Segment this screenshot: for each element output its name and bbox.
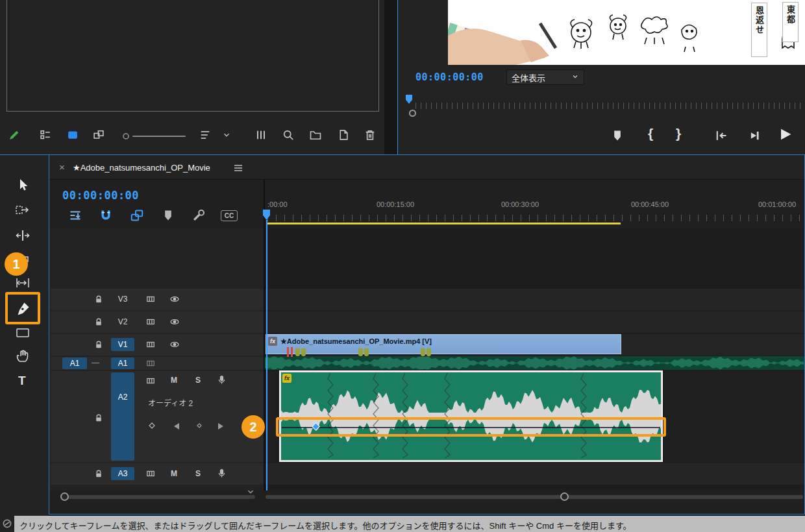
track-visibility-eye-icon[interactable] [169,317,180,327]
sync-lock-icon[interactable] [145,339,156,350]
mute-button[interactable]: M [169,376,179,385]
lock-icon[interactable] [93,339,104,350]
sync-lock-icon[interactable] [145,358,156,369]
olive-marker[interactable] [295,348,300,356]
ruler-tick-label: 00:00:45:00 [631,200,669,208]
annotation-step-2: 2 [242,415,265,439]
captions-cc-button[interactable]: CC [221,210,238,221]
olive-marker[interactable] [358,348,363,356]
track-label-v1[interactable]: V1 [111,338,134,351]
voiceover-mic-icon[interactable] [216,468,227,479]
zoom-out-handle-icon[interactable] [122,132,130,140]
sync-status-icon[interactable] [2,518,12,529]
source-patch-a1[interactable]: A1 [62,357,87,369]
track-label-a3[interactable]: A3 [111,467,134,480]
lock-icon[interactable] [93,468,104,479]
lock-icon[interactable] [93,294,104,304]
sync-lock-icon[interactable] [145,294,156,304]
type-tool-icon[interactable]: T [18,374,26,388]
close-tab-icon[interactable]: × [59,162,65,173]
clip-fx-badge[interactable]: fx [268,337,277,346]
red-marker[interactable] [291,347,293,357]
timeline-settings-wrench-icon[interactable] [192,208,206,223]
v1-video-clip[interactable]: fx ★Adobe_natsumesanchi_OP_Movie.mp4 [V] [266,334,621,354]
timeline-tab-title[interactable]: ★Adobe_natsumesanchi_OP_Movie [73,163,210,173]
scrubber-zoom-handle[interactable] [409,110,416,117]
hand-tool-icon[interactable] [14,348,31,365]
read-write-pencil-icon[interactable] [8,128,21,141]
sync-lock-icon[interactable] [145,317,156,327]
voiceover-mic-icon[interactable] [216,374,227,385]
work-area-bar[interactable] [267,223,621,224]
delete-trash-icon[interactable] [364,128,377,141]
track-label-v3[interactable]: V3 [111,293,134,306]
olive-marker[interactable] [364,348,369,356]
track-content-v2[interactable] [265,311,804,333]
olive-marker[interactable] [427,348,431,356]
automate-to-sequence-icon[interactable] [254,128,267,141]
track-visibility-eye-icon[interactable] [169,294,180,304]
track-name-a2[interactable]: オーディオ 2 [148,397,193,408]
program-playhead[interactable] [406,95,412,104]
solo-button[interactable]: S [193,469,203,478]
list-view-icon[interactable] [39,128,52,141]
sort-icon[interactable] [199,128,212,141]
project-bin-area[interactable] [6,0,379,112]
program-timecode[interactable]: 00:00:00:00 [415,71,484,83]
scrollbar-handle[interactable] [560,492,569,501]
a2-audio-clip[interactable]: fx [279,370,663,462]
selection-tool-icon[interactable] [14,177,31,194]
solo-button[interactable]: S [193,376,203,385]
mark-in-icon[interactable]: { [648,126,653,141]
slip-tool-icon[interactable] [14,274,31,291]
track-content-v3[interactable] [265,289,804,310]
v1-clip-label: ★Adobe_natsumesanchi_OP_Movie.mp4 [V] [280,337,432,346]
sync-lock-icon[interactable] [145,468,156,479]
track-label-v2[interactable]: V2 [111,315,134,328]
program-preview[interactable]: 恩返せ 東都 [448,0,805,65]
zoom-level-select[interactable]: 全体表示 [506,69,584,85]
add-keyframe-icon[interactable] [147,420,157,431]
track-content-a3[interactable] [265,463,804,485]
rectangle-tool-icon[interactable] [14,324,31,341]
playhead-line[interactable] [266,220,267,490]
timeline-timecode[interactable]: 00:00:00:00 [62,189,139,202]
go-to-in-icon[interactable] [714,128,728,143]
clip-fx-badge[interactable]: fx [282,374,291,383]
track-label-a1[interactable]: A1 [111,357,134,369]
header-zoom-scrollbar[interactable] [63,495,255,499]
track-select-forward-tool-icon[interactable] [14,201,31,218]
red-marker[interactable] [287,347,289,357]
track-visibility-eye-icon[interactable] [169,339,180,350]
timeline-zoom-scrollbar[interactable] [266,495,803,499]
search-icon[interactable] [282,128,295,141]
add-marker-icon[interactable] [161,208,175,223]
previous-keyframe-icon[interactable] [174,423,179,429]
zoom-slider[interactable] [132,136,186,137]
snap-magnet-icon[interactable] [99,208,113,223]
track-label-a2[interactable]: A2 [111,372,134,461]
scrollbar-handle[interactable] [60,492,69,501]
mute-button[interactable]: M [169,469,179,478]
panel-menu-icon[interactable] [233,163,243,173]
olive-marker[interactable] [421,348,425,356]
program-scrubber[interactable] [415,103,802,109]
a1-audio-clip[interactable] [265,356,804,370]
new-item-icon[interactable] [336,128,349,141]
lock-icon[interactable] [93,317,104,327]
next-keyframe-icon[interactable] [218,423,223,429]
sync-lock-icon[interactable] [145,376,156,386]
step-back-icon[interactable] [747,128,761,143]
add-marker-icon[interactable] [610,128,625,143]
lock-icon[interactable] [93,413,104,423]
nested-sequence-icon[interactable] [68,208,82,223]
chevron-down-icon[interactable] [222,130,231,139]
play-icon[interactable] [776,126,793,143]
thumbnail-view-icon[interactable] [66,128,79,141]
freeform-view-icon[interactable] [92,128,105,141]
olive-marker[interactable] [301,348,306,356]
new-bin-folder-icon[interactable] [309,128,322,141]
linked-selection-icon[interactable] [130,208,144,223]
mark-out-icon[interactable]: } [676,126,681,141]
ripple-edit-tool-icon[interactable] [14,227,31,244]
